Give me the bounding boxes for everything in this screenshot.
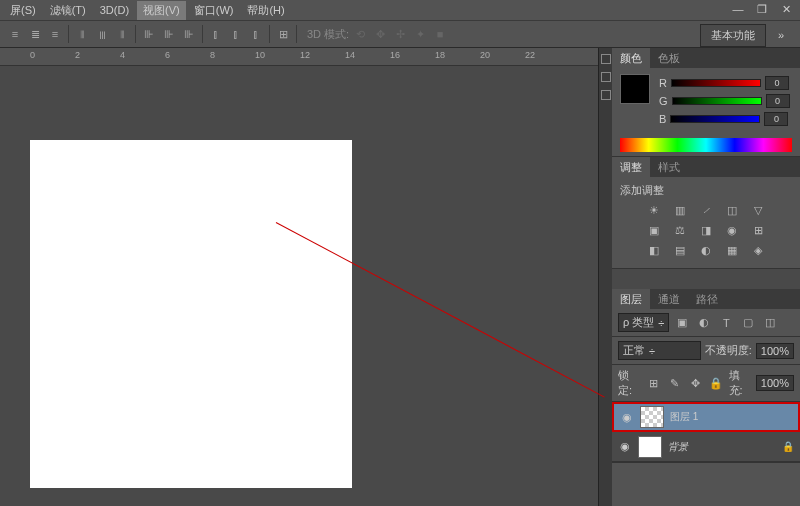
dist-top-icon[interactable]: ⫴ [73, 25, 91, 43]
menu-item-2[interactable]: 3D(D) [94, 2, 135, 18]
menu-item-0[interactable]: 屏(S) [4, 1, 42, 20]
layer-list: ◉ 图层 1 ◉ 背景 🔒 [612, 402, 800, 462]
tab-styles[interactable]: 样式 [650, 157, 688, 177]
selective-color-icon[interactable]: ◈ [749, 242, 767, 258]
layer-row-selected[interactable]: ◉ 图层 1 [612, 402, 800, 432]
opacity-input[interactable]: 100% [756, 343, 794, 359]
lock-all-icon[interactable]: 🔒 [708, 375, 725, 391]
search-icon[interactable]: » [770, 24, 792, 46]
dist-bot-icon[interactable]: ⫴ [113, 25, 131, 43]
strip-icon[interactable] [601, 90, 611, 100]
ruler-tick: 2 [75, 50, 80, 60]
ruler-tick: 20 [480, 50, 490, 60]
filter-pixel-icon[interactable]: ▣ [673, 315, 691, 331]
minimize-button[interactable]: — [728, 2, 748, 16]
3d-light-icon[interactable]: ✦ [411, 25, 429, 43]
panels-dock: 颜色 色板 R0 G0 B0 调整 样式 添加调整 ☀ [612, 48, 800, 506]
dist-h3-icon[interactable]: ⊪ [180, 25, 198, 43]
tab-color[interactable]: 颜色 [612, 48, 650, 68]
dist-h2-icon[interactable]: ⊪ [160, 25, 178, 43]
3d-orbit-icon[interactable]: ⟲ [351, 25, 369, 43]
maximize-button[interactable]: ❐ [752, 2, 772, 16]
menu-item-5[interactable]: 帮助(H) [241, 1, 290, 20]
layer-thumbnail[interactable] [638, 436, 662, 458]
gradient-map-icon[interactable]: ▦ [723, 242, 741, 258]
channel-mixer-icon[interactable]: ⊞ [749, 222, 767, 238]
align-right-icon[interactable]: ≡ [46, 25, 64, 43]
menu-item-1[interactable]: 滤镜(T) [44, 1, 92, 20]
ruler-tick: 16 [390, 50, 400, 60]
dist-v3-icon[interactable]: ⫿ [247, 25, 265, 43]
colorbalance-icon[interactable]: ⚖ [671, 222, 689, 238]
posterize-icon[interactable]: ▤ [671, 242, 689, 258]
b-slider[interactable] [670, 115, 760, 123]
foreground-swatch[interactable] [620, 74, 650, 104]
layer-row[interactable]: ◉ 背景 🔒 [612, 432, 800, 462]
ruler-tick: 4 [120, 50, 125, 60]
visibility-icon[interactable]: ◉ [618, 440, 632, 453]
hue-icon[interactable]: ▣ [645, 222, 663, 238]
strip-icon[interactable] [601, 72, 611, 82]
tab-channels[interactable]: 通道 [650, 289, 688, 309]
close-button[interactable]: ✕ [776, 2, 796, 16]
r-slider[interactable] [671, 79, 761, 87]
r-value[interactable]: 0 [765, 76, 789, 90]
tab-layers[interactable]: 图层 [612, 289, 650, 309]
dist-h1-icon[interactable]: ⊪ [140, 25, 158, 43]
g-value[interactable]: 0 [766, 94, 790, 108]
strip-icon[interactable] [601, 54, 611, 64]
b-value[interactable]: 0 [764, 112, 788, 126]
layers-panel: 图层 通道 路径 ρ 类型÷ ▣ ◐ T ▢ ◫ 正常÷ 不透明度: 100% … [612, 289, 800, 463]
3d-zoom-icon[interactable]: ✢ [391, 25, 409, 43]
tab-swatches[interactable]: 色板 [650, 48, 688, 68]
layer-thumbnail[interactable] [640, 406, 664, 428]
menu-bar: 屏(S) 滤镜(T) 3D(D) 视图(V) 窗口(W) 帮助(H) — ❐ ✕ [0, 0, 800, 20]
ruler-tick: 18 [435, 50, 445, 60]
curves-icon[interactable]: ⟋ [697, 202, 715, 218]
align-center-icon[interactable]: ≣ [26, 25, 44, 43]
photo-filter-icon[interactable]: ◉ [723, 222, 741, 238]
g-slider[interactable] [672, 97, 762, 105]
bw-icon[interactable]: ◨ [697, 222, 715, 238]
filter-adj-icon[interactable]: ◐ [695, 315, 713, 331]
workspace-button[interactable]: 基本功能 [700, 24, 766, 47]
adjustments-title: 添加调整 [620, 183, 792, 198]
lock-paint-icon[interactable]: ✎ [666, 375, 683, 391]
vibrance-icon[interactable]: ▽ [749, 202, 767, 218]
adjustments-panel: 调整 样式 添加调整 ☀ ▥ ⟋ ◫ ▽ ▣ ⚖ ◨ ◉ ⊞ [612, 157, 800, 269]
invert-icon[interactable]: ◧ [645, 242, 663, 258]
dist-mid-icon[interactable]: ⫼ [93, 25, 111, 43]
filter-smart-icon[interactable]: ◫ [761, 315, 779, 331]
exposure-icon[interactable]: ◫ [723, 202, 741, 218]
levels-icon[interactable]: ▥ [671, 202, 689, 218]
auto-align-icon[interactable]: ⊞ [274, 25, 292, 43]
layer-name[interactable]: 图层 1 [670, 410, 698, 424]
mode3d-label: 3D 模式: [307, 27, 349, 42]
layer-kind-dropdown[interactable]: ρ 类型÷ [618, 313, 669, 332]
g-label: G [659, 95, 668, 107]
menu-item-4[interactable]: 窗口(W) [188, 1, 240, 20]
fill-label: 填充: [729, 368, 752, 398]
dist-v2-icon[interactable]: ⫿ [227, 25, 245, 43]
ruler-tick: 22 [525, 50, 535, 60]
fill-input[interactable]: 100% [756, 375, 794, 391]
spectrum-bar[interactable] [620, 138, 792, 152]
3d-pan-icon[interactable]: ✥ [371, 25, 389, 43]
blend-mode-dropdown[interactable]: 正常÷ [618, 341, 701, 360]
tab-paths[interactable]: 路径 [688, 289, 726, 309]
filter-type-icon[interactable]: T [717, 315, 735, 331]
3d-cam-icon[interactable]: ■ [431, 25, 449, 43]
layer-name[interactable]: 背景 [668, 440, 688, 454]
tab-adjustments[interactable]: 调整 [612, 157, 650, 177]
ruler-tick: 6 [165, 50, 170, 60]
menu-item-3[interactable]: 视图(V) [137, 1, 186, 20]
canvas[interactable] [30, 140, 352, 488]
lock-pos-icon[interactable]: ✥ [687, 375, 704, 391]
filter-shape-icon[interactable]: ▢ [739, 315, 757, 331]
align-left-icon[interactable]: ≡ [6, 25, 24, 43]
brightness-icon[interactable]: ☀ [645, 202, 663, 218]
dist-v1-icon[interactable]: ⫿ [207, 25, 225, 43]
lock-trans-icon[interactable]: ⊞ [645, 375, 662, 391]
visibility-icon[interactable]: ◉ [620, 411, 634, 424]
threshold-icon[interactable]: ◐ [697, 242, 715, 258]
